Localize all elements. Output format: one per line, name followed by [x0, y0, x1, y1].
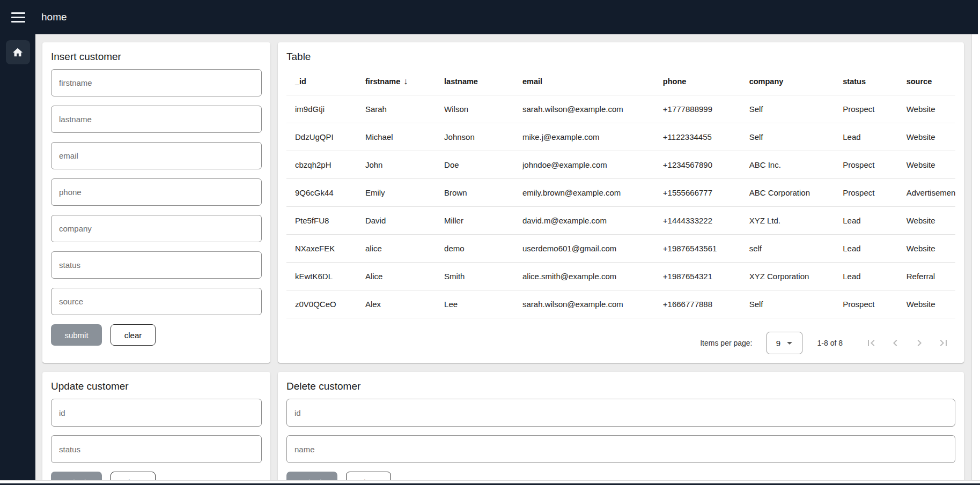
table-cell: Website — [898, 300, 955, 309]
table-cell: DdzUgQPI — [286, 132, 357, 141]
company-input[interactable] — [51, 215, 262, 242]
table-cell: kEwtK6DL — [286, 272, 357, 281]
column-header-firstname[interactable]: firstname ↓ — [357, 77, 436, 86]
table-cell: sarah.wilson@example.com — [514, 105, 654, 114]
column-header-company[interactable]: company — [741, 77, 835, 86]
dropdown-caret-icon — [787, 342, 792, 345]
table-cell: cbzqh2pH — [286, 160, 357, 169]
column-header-email[interactable]: email — [514, 77, 654, 86]
source-input[interactable] — [51, 288, 262, 315]
sort-desc-icon: ↓ — [403, 77, 408, 86]
table-row: im9dGtjiSarahWilsonsarah.wilson@example.… — [286, 95, 955, 123]
table-cell: Prospect — [834, 300, 897, 309]
page-range-label: 1-8 of 8 — [817, 339, 843, 347]
table-cell: +1777888999 — [654, 105, 741, 114]
app-topbar: home — [0, 0, 978, 34]
table-cell: Prospect — [834, 188, 897, 197]
firstname-input[interactable] — [51, 69, 262, 96]
table-cell: Alice — [357, 272, 436, 281]
items-per-page-label: Items per page: — [700, 339, 752, 347]
table-row: cbzqh2pHJohnDoejohndoe@example.com+12345… — [286, 151, 955, 179]
table-cell: Alex — [357, 300, 436, 309]
topbar-corner — [978, 0, 980, 34]
table-cell: Website — [898, 160, 955, 169]
column-header-id[interactable]: _id — [286, 77, 357, 86]
left-column: Insert customer submit clear Update cust… — [42, 42, 270, 485]
paginator: Items per page: 9 1-8 of 8 — [286, 323, 955, 363]
menu-icon[interactable] — [11, 9, 27, 25]
table-body: im9dGtjiSarahWilsonsarah.wilson@example.… — [286, 95, 955, 318]
table-row: kEwtK6DLAliceSmithalice.smith@example.co… — [286, 263, 955, 290]
next-page-icon[interactable] — [907, 331, 931, 355]
table-cell: Website — [898, 132, 955, 141]
page-size-select[interactable]: 9 — [767, 332, 802, 354]
table-cell: Sarah — [357, 105, 436, 114]
table-row: z0V0QCeOAlexLeesarah.wilson@example.com+… — [286, 290, 955, 318]
table-cell: Wilson — [436, 105, 514, 114]
table-cell: Self — [741, 132, 835, 141]
insert-buttons: submit clear — [51, 324, 262, 346]
delete-name-input[interactable] — [286, 435, 955, 463]
table-cell: Michael — [357, 132, 436, 141]
table-cell: Pte5fFU8 — [286, 216, 357, 225]
delete-customer-card: Delete customer submit clear — [278, 372, 964, 485]
table-cell: ABC Corporation — [741, 188, 835, 197]
delete-id-input[interactable] — [286, 399, 955, 427]
delete-card-title: Delete customer — [286, 380, 955, 392]
insert-submit-button[interactable]: submit — [51, 324, 102, 346]
insert-card-title: Insert customer — [51, 51, 262, 63]
table-cell: Prospect — [834, 160, 897, 169]
column-header-phone[interactable]: phone — [654, 77, 741, 86]
table-cell: Emily — [357, 188, 436, 197]
update-card-title: Update customer — [51, 380, 262, 392]
table-header-row: _id firstname ↓ lastname email phone com… — [286, 68, 955, 95]
table-cell: userdemo601@gmail.com — [514, 244, 654, 253]
sidebar-item-home[interactable] — [6, 40, 30, 64]
table-cell: alice — [357, 244, 436, 253]
table-cell: David — [357, 216, 436, 225]
table-cell: +1122334455 — [654, 132, 741, 141]
table-cell: demo — [436, 244, 514, 253]
table-cell: John — [357, 160, 436, 169]
table-cell: Website — [898, 244, 955, 253]
table-cell: +1987654321 — [654, 272, 741, 281]
prev-page-icon[interactable] — [883, 331, 907, 355]
insert-customer-card: Insert customer submit clear — [42, 42, 270, 363]
email-input[interactable] — [51, 142, 262, 169]
column-header-lastname[interactable]: lastname — [436, 77, 514, 86]
main-content: Insert customer submit clear Update cust… — [35, 34, 971, 485]
right-column: Table _id firstname ↓ lastname email pho… — [278, 42, 964, 485]
table-cell: Johnson — [436, 132, 514, 141]
table-cell: XYZ Corporation — [741, 272, 835, 281]
table-cell: Lead — [834, 216, 897, 225]
table-card-title: Table — [286, 51, 955, 63]
table-cell: emily.brown@example.com — [514, 188, 654, 197]
update-customer-card: Update customer submit clear — [42, 372, 270, 485]
update-id-input[interactable] — [51, 399, 262, 427]
last-page-icon[interactable] — [931, 331, 955, 355]
sidebar — [0, 34, 35, 485]
table-row: 9Q6cGk44EmilyBrownemily.brown@example.co… — [286, 179, 955, 207]
table-cell: Prospect — [834, 105, 897, 114]
table-cell: david.m@example.com — [514, 216, 654, 225]
vertical-scrollbar[interactable] — [971, 34, 980, 480]
update-status-input[interactable] — [51, 435, 262, 463]
table-cell: z0V0QCeO — [286, 300, 357, 309]
first-page-icon[interactable] — [859, 331, 883, 355]
table-cell: Website — [898, 216, 955, 225]
table-cell: Smith — [436, 272, 514, 281]
table-cell: sarah.wilson@example.com — [514, 300, 654, 309]
column-header-source[interactable]: source — [898, 77, 955, 86]
table-cell: +1234567890 — [654, 160, 741, 169]
phone-input[interactable] — [51, 178, 262, 206]
table-cell: +1555666777 — [654, 188, 741, 197]
table-cell: Website — [898, 105, 955, 114]
table-cell: Advertisement — [898, 188, 955, 197]
column-header-status[interactable]: status — [834, 77, 897, 86]
table-cell: ABC Inc. — [741, 160, 835, 169]
table-cell: NXaxeFEK — [286, 244, 357, 253]
status-input[interactable] — [51, 251, 262, 279]
table-cell: Referral — [898, 272, 955, 281]
insert-clear-button[interactable]: clear — [110, 324, 156, 346]
lastname-input[interactable] — [51, 106, 262, 133]
